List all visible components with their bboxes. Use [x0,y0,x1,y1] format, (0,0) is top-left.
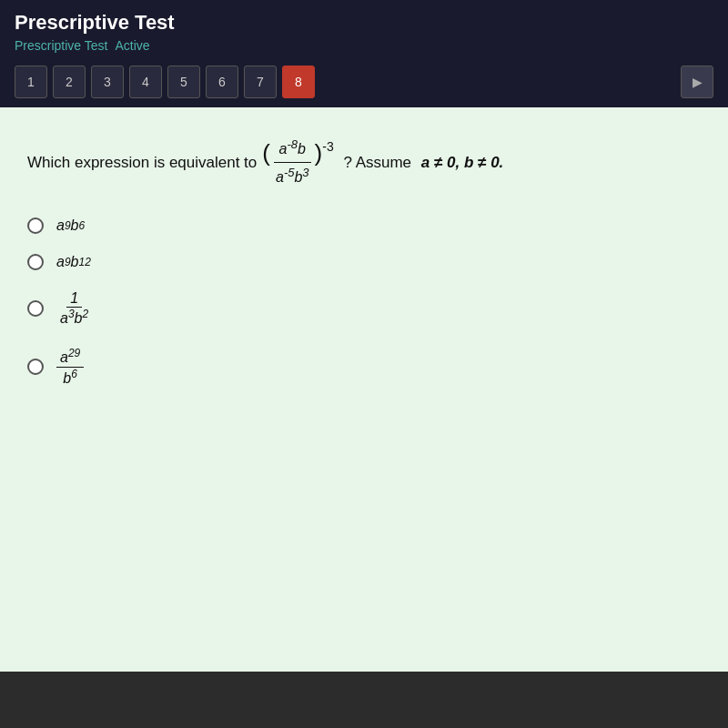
option-a[interactable]: a9b6 [27,217,701,234]
question-assume: ? Assume [339,150,416,175]
nav-btn-4[interactable]: 4 [129,66,162,98]
nav-btn-3[interactable]: 3 [91,66,124,98]
math-expression: ( a-8b a-5b3 ) -3 [262,135,333,190]
nav-btn-7[interactable]: 7 [244,66,277,98]
nav-btn-1[interactable]: 1 [15,66,47,98]
options-list: a9b6 a9b12 1 a3b2 a29 [27,217,701,387]
question-area: Which expression is equivalent to ( a-8b… [0,107,728,672]
question-intro: Which expression is equivalent to [27,150,257,175]
nav-btn-5[interactable]: 5 [167,66,200,98]
breadcrumb-parent: Prescriptive Test [15,38,107,53]
radio-d[interactable] [27,359,44,375]
option-b[interactable]: a9b12 [27,254,701,270]
option-b-math: a9b12 [56,254,91,270]
option-d-math: a29 b6 [56,347,84,387]
question-navigation: 1 2 3 4 5 6 7 8 ▶ [0,58,728,107]
nav-btn-arrow[interactable]: ▶ [681,66,713,98]
breadcrumb: Prescriptive Test Active [15,38,713,53]
nav-btn-2[interactable]: 2 [53,66,86,98]
assume-condition: a ≠ 0, b ≠ 0. [421,150,504,175]
option-d[interactable]: a29 b6 [27,347,701,387]
nav-btn-6[interactable]: 6 [206,66,238,98]
page-title: Prescriptive Test [15,11,713,35]
nav-btn-8[interactable]: 8 [282,66,315,98]
fraction-denominator: a-5b3 [270,163,315,190]
option-c[interactable]: 1 a3b2 [27,290,701,327]
question-text: Which expression is equivalent to ( a-8b… [27,135,701,190]
option-a-math: a9b6 [56,217,85,234]
page-header: Prescriptive Test Prescriptive Test Acti… [0,0,728,58]
status-badge: Active [115,38,149,53]
option-c-math: 1 a3b2 [56,290,92,327]
radio-a[interactable] [27,217,44,234]
radio-c[interactable] [27,300,44,317]
radio-b[interactable] [27,254,44,270]
fraction-numerator: a-8b [274,135,311,163]
main-fraction: a-8b a-5b3 [270,135,315,190]
